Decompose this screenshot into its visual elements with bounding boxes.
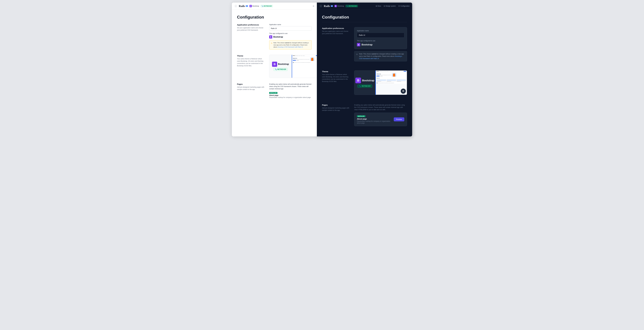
right-theme-section: Theme Your active theme is Retriever whi…: [322, 66, 407, 95]
right-about-page-desc: Placeholder markup for company or organi…: [357, 120, 392, 124]
r-avatar: R: [401, 88, 406, 94]
right-theme-description: Theme Your active theme is Retriever whi…: [322, 70, 350, 95]
right-mini-card-img-1: [377, 79, 386, 81]
right-mini-person: [393, 73, 395, 77]
left-pages-title: Pages: [237, 83, 265, 85]
right-theme-desc: Your active theme is Retriever which use…: [322, 73, 350, 83]
right-mini-logo: Rails UI: [376, 71, 379, 72]
left-theme-description: Theme Your active theme is Retriever whi…: [237, 55, 265, 78]
right-logo: Rails UI: [324, 4, 333, 8]
right-mini-nav: Rails UI MarketingProductPricingCompany …: [376, 70, 407, 72]
right-bootstrap-b-icon: B: [334, 5, 337, 7]
left-logo-badge: UI: [246, 5, 248, 7]
nav-design-system[interactable]: ⊟ Design system: [384, 5, 396, 7]
right-theme-layout: Theme Your active theme is Retriever whi…: [322, 70, 407, 95]
right-theme-inner: B Bootstrap 🐾 RETRIEVER: [354, 70, 407, 95]
left-b-large-icon: B: [272, 62, 277, 67]
right-mini-hero-text: About us Lorem ipsum dolor sit amet cons…: [376, 73, 391, 76]
screen-container: ‹ Rails UI B Bootstrap 🐾 RETRIEVER ⊞ Con…: [232, 2, 412, 136]
left-pages-content: Enabling any option below will automatic…: [269, 83, 312, 98]
right-bootstrap-display: B Bootstrap: [357, 43, 404, 46]
right-framework-badge: B Bootstrap: [334, 5, 344, 7]
right-page-title: Configuration: [322, 15, 407, 22]
right-app-prefs-layout: Application preferences Set your applica…: [322, 27, 407, 61]
left-mini-hero-text: About us Lorem ipsum dolor sit amet cons…: [293, 57, 310, 61]
right-app-prefs-title: Application preferences: [322, 27, 350, 29]
left-retriever-badge-large: 🐾 RETRIEVER: [274, 68, 288, 71]
left-page-title: Configuration: [237, 15, 312, 19]
right-mini-avatar: [376, 82, 378, 83]
right-back-button[interactable]: ‹: [320, 5, 322, 7]
right-warning-text: Note: This choice cannot be changed with…: [359, 53, 405, 60]
left-retriever-badge: 🐾 RETRIEVER: [260, 5, 273, 7]
left-mini-btn-secondary: Learn more: [296, 60, 299, 61]
left-mini-hero: About us Lorem ipsum dolor sit amet cons…: [292, 56, 317, 62]
right-mini-hero-btns: Get started Learn more: [376, 76, 391, 76]
left-app-prefs-form: Application name This app configured to …: [269, 24, 312, 49]
left-app-prefs-description: Application preferences Set your applica…: [237, 24, 265, 49]
right-mini-card-img-2: [387, 79, 396, 81]
right-mini-nav-btn: Sign up: [404, 71, 406, 72]
right-pages-info: Enabling any option below will automatic…: [354, 104, 407, 111]
right-mini-card-img-3: [397, 79, 406, 81]
right-mini-btn-secondary: Learn more: [380, 76, 383, 76]
right-app-name-input[interactable]: [357, 33, 404, 37]
left-app-prefs-title: Application preferences: [237, 24, 265, 26]
left-about-page-title: About page: [269, 94, 312, 96]
design-icon: ⊟: [384, 5, 385, 7]
left-framework-link[interactable]: choosing a CSS framework with Rails UI.: [278, 46, 303, 48]
left-bootstrap-display: B Bootstrap: [269, 35, 312, 38]
right-content: Configuration Application preferences Se…: [317, 10, 412, 136]
right-mini-card-text-3: Lorem ipsum dolor sit amet: [397, 81, 406, 82]
left-framework-badge: B Bootstrap: [250, 5, 259, 7]
right-mini-card-1: Lorem ipsum dolor sit amet: [376, 79, 386, 82]
paw-large-icon: 🐾: [275, 68, 277, 70]
split-view-icon[interactable]: ⊞: [313, 5, 314, 7]
left-theme-preview-container: B Bootstrap 🐾 RETRIEVER: [269, 55, 317, 78]
right-preview-button[interactable]: Preview: [394, 117, 404, 121]
left-pages-desc: Add pre-designed marketing pages with sa…: [237, 86, 265, 91]
left-logo: Rails UI: [239, 4, 248, 8]
left-mini-avatar: [293, 62, 294, 63]
left-mini-nav-btn: Sign up: [316, 55, 317, 56]
left-pages-description: Pages Add pre-designed marketing pages w…: [237, 83, 265, 98]
left-app-name-input[interactable]: [269, 26, 312, 30]
left-theme-section: Theme Your active theme is Retriever whi…: [237, 55, 312, 78]
left-mini-person: [311, 58, 313, 61]
bootstrap-b-icon: B: [250, 5, 252, 7]
left-mini-logo: Rails UI: [293, 55, 295, 56]
left-mini-nav-links: MarketingProductPricingCompany: [296, 55, 304, 56]
right-mini-card-text-2: Lorem ipsum dolor sit amet: [387, 81, 396, 82]
left-pages-section: Pages Add pre-designed marketing pages w…: [237, 83, 312, 98]
left-mini-nav: Rails UI MarketingProductPricingCompany …: [292, 55, 317, 56]
left-theme-card-left: B Bootstrap 🐾 RETRIEVER: [269, 55, 292, 78]
right-pages-description: Pages Add pre-designed marketing pages w…: [322, 104, 350, 126]
right-app-name-label: Application name: [357, 30, 404, 32]
left-theme-desc: Your active theme is Retriever which use…: [237, 58, 265, 67]
left-pages-layout: Pages Add pre-designed marketing pages w…: [237, 83, 312, 98]
right-mini-hero: About us Lorem ipsum dolor sit amet cons…: [376, 72, 407, 77]
right-framework-link[interactable]: choosing a CSS framework with Rails UI.: [359, 55, 402, 59]
left-back-button[interactable]: ‹: [234, 5, 237, 7]
right-mini-btn-primary: Get started: [376, 76, 380, 76]
right-about-page-title: About page: [357, 118, 392, 120]
right-pages-card: INSTALLED About page Placeholder markup …: [354, 113, 407, 126]
right-mini-card-text-1: Lorem ipsum dolor sit amet: [377, 81, 386, 82]
right-bootstrap-large: B Bootstrap: [355, 78, 374, 83]
right-mini-card-3: Lorem ipsum dolor sit amet: [396, 79, 406, 82]
left-app-name-label: Application name: [269, 24, 312, 25]
right-warning-box: ⚠ Note: This choice cannot be changed wi…: [354, 51, 407, 61]
right-b-large-icon: B: [355, 78, 361, 83]
dark-paw-icon: 🐾: [359, 85, 361, 87]
left-about-page-desc: Placeholder markup for company or organi…: [269, 96, 312, 98]
right-app-prefs-section: Application preferences Set your applica…: [322, 23, 407, 61]
left-theme-layout: Theme Your active theme is Retriever whi…: [237, 55, 312, 78]
left-mini-hero-img: [310, 57, 314, 61]
left-mini-testimonial: Ticket sold out two hours after launch. …: [292, 62, 317, 63]
nav-configuration[interactable]: ⚙ Configuration: [398, 5, 410, 7]
right-mini-cards: Lorem ipsum dolor sit amet Lorem ipsum d…: [376, 79, 407, 82]
right-mini-site-content: Rails UI MarketingProductPricingCompany …: [376, 70, 407, 84]
nav-docs[interactable]: ⊞ Docs: [376, 5, 381, 7]
right-retriever-badge-large: 🐾 RETRIEVER: [358, 84, 372, 88]
right-warning-icon: ⚠: [356, 53, 358, 56]
